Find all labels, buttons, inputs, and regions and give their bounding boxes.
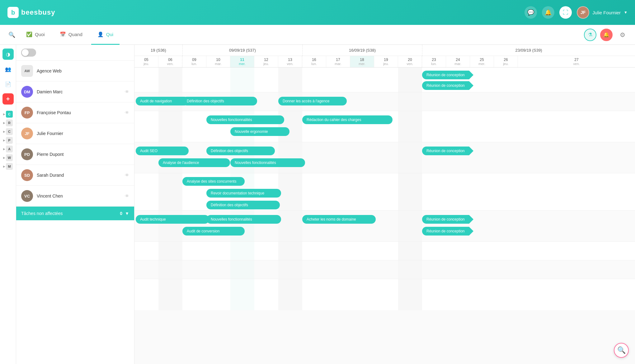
day-name: jeu.: [143, 62, 149, 66]
day-number: 06: [168, 58, 172, 62]
task-bar[interactable]: Définition des objectifs: [182, 97, 257, 105]
task-bar[interactable]: Définition des objectifs: [206, 201, 280, 209]
fullscreen-button[interactable]: ⛶: [559, 6, 572, 19]
week-label: 23/09/19 (S39): [422, 45, 635, 56]
task-bar[interactable]: Nouvelles fonctionnalités: [230, 158, 305, 167]
list-item[interactable]: SD Sarah Durand 👁: [16, 165, 134, 186]
user-area[interactable]: JF Julie Fournier ▼: [577, 6, 628, 19]
settings-button[interactable]: ⚙: [616, 29, 629, 41]
tab-quoi[interactable]: ✅ Quoi: [20, 25, 51, 45]
messages-button[interactable]: 💬: [524, 6, 537, 19]
filter-button[interactable]: ⚗: [584, 29, 596, 41]
task-bar[interactable]: Réunion de conception: [422, 147, 469, 155]
task-label: Analyse de l'audience: [163, 161, 199, 165]
tab-qui[interactable]: 👤 Qui: [91, 25, 120, 45]
task-label: Acheter les noms de domaine: [307, 217, 356, 222]
avatar: SD: [21, 169, 33, 181]
day-header: 10 mar.: [206, 56, 230, 67]
task-label: Réunion de conception: [426, 217, 465, 222]
chevron-down-icon: ▼: [125, 211, 129, 216]
task-bar[interactable]: Audit de navigation: [136, 97, 189, 105]
day-header: 13 ven.: [278, 56, 302, 67]
task-label: Audit de navigation: [140, 99, 172, 103]
day-header: 11 mer.: [230, 56, 254, 67]
week-label: 16/09/19 (S38): [303, 45, 422, 56]
unassigned-row[interactable]: Tâches non affectées 0 ▼: [16, 207, 134, 220]
avatar: JF: [21, 128, 33, 139]
task-label: Définition des objectifs: [187, 99, 224, 103]
task-bar[interactable]: Nouvelles fonctionnalités: [206, 215, 281, 224]
search-button[interactable]: 🔍: [6, 29, 17, 40]
task-bar[interactable]: Analyse des sites concurrents: [182, 177, 245, 186]
day-header: 16 lun.: [302, 56, 326, 67]
person-name: Françoise Pontau: [37, 110, 121, 115]
tab-quoi-label: Quoi: [35, 32, 45, 37]
day-number: 20: [408, 58, 412, 62]
day-header: 25 mer.: [470, 56, 494, 67]
task-bar[interactable]: Définition des objectifs: [206, 147, 275, 155]
sidebar-group-c1[interactable]: ▶ C: [3, 111, 13, 118]
gantt-row-sarah: [134, 242, 635, 260]
sidebar-group-p[interactable]: ▶ P: [3, 137, 13, 144]
toggle-switch[interactable]: [21, 49, 36, 57]
task-bar[interactable]: Acheter les noms de domaine: [302, 215, 376, 224]
task-bar[interactable]: Réunion de conception: [422, 71, 469, 79]
avatar: PD: [21, 148, 33, 160]
sidebar-group-w[interactable]: ▶ W: [3, 154, 13, 161]
list-item[interactable]: JF Julie Fournier: [16, 123, 134, 144]
list-item[interactable]: AW Agence Web: [16, 61, 134, 82]
task-label: Définition des objectifs: [211, 149, 248, 153]
tab-quand[interactable]: 📅 Quand: [54, 25, 89, 45]
day-header: 26 jeu.: [494, 56, 518, 67]
task-label: Réunion de conception: [426, 73, 465, 77]
list-item[interactable]: VC Vincent Chen 👁: [16, 186, 134, 207]
task-bar[interactable]: Audit technique: [136, 215, 209, 224]
gantt-row-agence-web: Réunion de conception Réunion de concept…: [134, 68, 635, 92]
person-name: Damien Marc: [37, 89, 121, 94]
task-bar[interactable]: Revoir documentation technique: [206, 189, 281, 198]
task-bar[interactable]: Réunion de conception: [422, 215, 469, 224]
sidebar-icon-document[interactable]: 📄: [2, 78, 14, 90]
task-bar[interactable]: Réunion de conception: [422, 81, 469, 90]
sidebar-icon-people[interactable]: 👥: [2, 63, 14, 75]
task-bar[interactable]: Audit de conversion: [182, 227, 245, 236]
sidebar-group-a[interactable]: ▶ A: [3, 146, 13, 152]
sidebar-group-r[interactable]: ▶ R: [3, 119, 13, 126]
day-name: ven.: [407, 62, 413, 66]
left-sidebar: ◑ 👥 📄 + ▶ C ▶ R ▶ C ▶ P: [0, 45, 16, 364]
day-number: 09: [192, 58, 196, 62]
task-bar[interactable]: Rédaction du cahier des charges: [302, 115, 393, 124]
gantt-row-vincent: [134, 260, 635, 279]
zoom-button[interactable]: 🔍: [614, 343, 629, 358]
task-label: Audit de conversion: [187, 229, 219, 233]
person-name: Sarah Durand: [37, 173, 121, 178]
day-name: mer.: [239, 62, 245, 66]
gantt-area[interactable]: 19 (S36) 09/09/19 (S37) 16/09/19 (S38) 2…: [134, 45, 635, 364]
task-bar[interactable]: Analyse de l'audience: [158, 158, 230, 167]
sidebar-icon-chart[interactable]: ◑: [2, 49, 14, 60]
task-bar[interactable]: Donner les accès à l'agence: [278, 97, 347, 105]
unassigned-count: 0: [120, 211, 122, 216]
task-label: Réunion de conception: [426, 149, 465, 153]
notifications-button[interactable]: 🔔: [542, 6, 554, 19]
day-header: 23 lun.: [422, 56, 446, 67]
tab-qui-label: Qui: [106, 32, 113, 37]
list-item[interactable]: PD Pierre Dupont: [16, 144, 134, 165]
sidebar-icon-add[interactable]: +: [2, 93, 14, 105]
list-item[interactable]: FP Françoise Pontau 👁: [16, 102, 134, 123]
day-name: lun.: [191, 62, 197, 66]
list-item[interactable]: DM Damien Marc 👁: [16, 82, 134, 102]
sidebar-group-c2[interactable]: ▶ C: [3, 128, 13, 135]
sidebar-group-m[interactable]: ▶ M: [3, 163, 13, 170]
eye-icon: 👁: [125, 173, 129, 178]
quoi-icon: ✅: [26, 31, 32, 37]
alert-button[interactable]: 🔔: [600, 29, 613, 41]
task-bar[interactable]: Nouvelles fonctionnalités: [206, 115, 284, 124]
task-label: Définition des objectifs: [211, 203, 248, 207]
task-bar[interactable]: Réunion de conception: [422, 227, 469, 236]
logo-icon: b: [7, 7, 19, 18]
task-bar[interactable]: Audit SEO: [136, 147, 189, 155]
gantt-row-empty: [134, 279, 635, 310]
task-bar[interactable]: Nouvelle ergonomie: [230, 127, 289, 136]
toggle-area: [16, 45, 134, 61]
